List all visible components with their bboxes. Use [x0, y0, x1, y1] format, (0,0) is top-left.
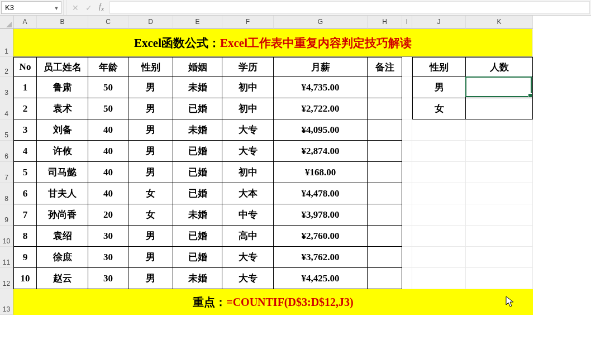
hdr-age[interactable]: 年龄	[88, 57, 128, 77]
col-header-G[interactable]: G	[274, 16, 368, 29]
hdr-name[interactable]: 员工姓名	[37, 57, 88, 77]
cell-note[interactable]	[368, 247, 402, 268]
fx-icon[interactable]: fx	[99, 2, 104, 13]
row-header-13[interactable]: 13	[0, 289, 13, 315]
row-header-1[interactable]: 1	[0, 29, 13, 57]
gap-I[interactable]	[402, 204, 412, 226]
cell-mar[interactable]: 未婚	[173, 77, 222, 98]
gap-J[interactable]	[412, 268, 466, 289]
cell-edu[interactable]: 初中	[222, 98, 274, 119]
gap-J[interactable]	[412, 141, 466, 162]
gap-K[interactable]	[466, 204, 533, 226]
gap-K[interactable]	[466, 268, 533, 289]
col-header-K[interactable]: K	[466, 16, 533, 29]
cell-no[interactable]: 6	[13, 183, 37, 204]
cell-sex[interactable]: 女	[128, 183, 173, 204]
cell-age[interactable]: 40	[88, 183, 128, 204]
cell-edu[interactable]: 大专	[222, 141, 274, 162]
hdr-sex[interactable]: 性别	[128, 57, 173, 77]
hdr-note[interactable]: 备注	[368, 57, 402, 77]
cell-mar[interactable]: 已婚	[173, 247, 222, 268]
cell-age[interactable]: 50	[88, 77, 128, 98]
cell-name[interactable]: 袁术	[37, 98, 88, 119]
cell-note[interactable]	[368, 141, 402, 162]
name-box-dropdown-icon[interactable]: ▼	[52, 4, 61, 11]
cell-note[interactable]	[368, 226, 402, 247]
row-header-7[interactable]: 7	[0, 162, 13, 183]
col-header-B[interactable]: B	[37, 16, 88, 29]
cell-sal[interactable]: ¥2,760.00	[274, 226, 368, 247]
cell-sal[interactable]: ¥168.00	[274, 162, 368, 183]
hdr-sex2[interactable]: 性别	[412, 57, 466, 77]
cell-age[interactable]: 40	[88, 162, 128, 183]
cell-note[interactable]	[368, 183, 402, 204]
cell-no[interactable]: 4	[13, 141, 37, 162]
hdr-no[interactable]: No	[13, 57, 37, 77]
col-header-A[interactable]: A	[13, 16, 37, 29]
gap-I[interactable]	[402, 98, 412, 119]
gap-I[interactable]	[402, 141, 412, 162]
gap-K[interactable]	[466, 162, 533, 183]
col-header-J[interactable]: J	[412, 16, 466, 29]
cell-edu[interactable]: 高中	[222, 226, 274, 247]
gap-I[interactable]	[402, 226, 412, 247]
cell-sex[interactable]: 男	[128, 77, 173, 98]
gap-J[interactable]	[412, 183, 466, 204]
cell-name[interactable]: 许攸	[37, 141, 88, 162]
cell-note[interactable]	[368, 268, 402, 289]
cell-sex[interactable]: 女	[128, 204, 173, 226]
title-merged[interactable]: Excel函数公式： Excel工作表中重复内容判定技巧解读	[13, 29, 533, 57]
cell-no[interactable]: 5	[13, 162, 37, 183]
cell-age[interactable]: 50	[88, 98, 128, 119]
cell-mar[interactable]: 已婚	[173, 98, 222, 119]
cell-sal[interactable]: ¥2,874.00	[274, 141, 368, 162]
cell-mar[interactable]: 已婚	[173, 141, 222, 162]
gap-J[interactable]	[412, 119, 466, 141]
footer-merged[interactable]: 重点： =COUNTIF(D$3:D$12,J3)	[13, 289, 533, 315]
cell-no[interactable]: 1	[13, 77, 37, 98]
cell-no[interactable]: 3	[13, 119, 37, 141]
cell-no[interactable]: 10	[13, 268, 37, 289]
cell-age[interactable]: 30	[88, 247, 128, 268]
cell-no[interactable]: 7	[13, 204, 37, 226]
cell-note[interactable]	[368, 204, 402, 226]
cell-sal[interactable]: ¥4,478.00	[274, 183, 368, 204]
cell-sal[interactable]: ¥3,978.00	[274, 204, 368, 226]
row-header-2[interactable]: 2	[0, 57, 13, 77]
cell-mar[interactable]: 已婚	[173, 183, 222, 204]
col-header-H[interactable]: H	[368, 16, 402, 29]
col-header-F[interactable]: F	[222, 16, 274, 29]
col-header-I[interactable]: I	[402, 16, 412, 29]
row-header-8[interactable]: 8	[0, 183, 13, 204]
gap-I[interactable]	[402, 268, 412, 289]
cell-sex[interactable]: 男	[128, 162, 173, 183]
side-count[interactable]	[466, 77, 533, 98]
cell-note[interactable]	[368, 98, 402, 119]
cell-note[interactable]	[368, 77, 402, 98]
col-header-C[interactable]: C	[88, 16, 128, 29]
gap-K[interactable]	[466, 183, 533, 204]
cell-sal[interactable]: ¥4,425.00	[274, 268, 368, 289]
cell-sal[interactable]: ¥4,095.00	[274, 119, 368, 141]
cell-name[interactable]: 司马懿	[37, 162, 88, 183]
cell-edu[interactable]: 大专	[222, 247, 274, 268]
row-header-3[interactable]: 3	[0, 77, 13, 98]
row-header-12[interactable]: 12	[0, 268, 13, 289]
cell-mar[interactable]: 未婚	[173, 119, 222, 141]
cell-name[interactable]: 赵云	[37, 268, 88, 289]
cell-sal[interactable]: ¥3,762.00	[274, 247, 368, 268]
cell-edu[interactable]: 大本	[222, 183, 274, 204]
cell-name[interactable]: 甘夫人	[37, 183, 88, 204]
cell-note[interactable]	[368, 119, 402, 141]
cell-sex[interactable]: 男	[128, 98, 173, 119]
cell-edu[interactable]: 大专	[222, 268, 274, 289]
gap-I[interactable]	[402, 247, 412, 268]
cell-name[interactable]: 孙尚香	[37, 204, 88, 226]
name-box[interactable]: K3 ▼	[1, 1, 61, 14]
gap-I[interactable]	[402, 183, 412, 204]
cell-sal[interactable]: ¥4,735.00	[274, 77, 368, 98]
worksheet[interactable]: Excel函数公式： Excel工作表中重复内容判定技巧解读 No 员工姓名 年…	[13, 29, 591, 315]
cell-sex[interactable]: 男	[128, 141, 173, 162]
cell-sex[interactable]: 男	[128, 119, 173, 141]
cell-sal[interactable]: ¥2,722.00	[274, 98, 368, 119]
